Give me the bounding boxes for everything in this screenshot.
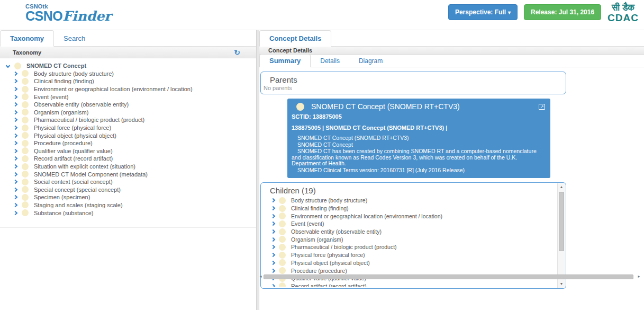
tree-item[interactable]: Event (event)	[0, 93, 256, 101]
tree-item[interactable]: Physical force (physical force)	[0, 124, 256, 132]
chevron-down-icon[interactable]	[6, 64, 10, 68]
scroll-right-icon[interactable]: ▸	[637, 274, 641, 279]
tree-item-label[interactable]: Clinical finding (finding)	[34, 78, 94, 84]
tab-search[interactable]: Search	[54, 31, 95, 46]
refresh-icon[interactable]: ↻	[234, 49, 240, 56]
tree-item[interactable]: Procedure (procedure)	[0, 139, 256, 147]
tree-item[interactable]: Pharmaceutical / biologic product (produ…	[0, 116, 256, 124]
chevron-right-icon[interactable]	[13, 180, 17, 184]
tree-item-label[interactable]: Physical object (physical object)	[34, 132, 116, 139]
concept-card[interactable]: SNOMED CT Concept (SNOMED RT+CTV3) ↗ SCT…	[287, 99, 550, 178]
chevron-right-icon[interactable]	[13, 210, 17, 215]
chevron-right-icon[interactable]	[271, 284, 275, 287]
chevron-right-icon[interactable]	[13, 164, 17, 169]
tree-item-label[interactable]: Event (event)	[34, 94, 68, 100]
tree-item-label[interactable]: SNOMED CT Model Component (metadata)	[34, 171, 148, 178]
release-button[interactable]: Release: Jul 31, 2016	[524, 4, 601, 20]
child-item-label[interactable]: Observable entity (observable entity)	[291, 228, 382, 235]
tree-item-label[interactable]: Qualifier value (qualifier value)	[34, 148, 113, 154]
child-item[interactable]: Body structure (body structure)	[261, 197, 566, 205]
tab-concept-details[interactable]: Concept Details	[259, 30, 331, 47]
child-item-label[interactable]: Body structure (body structure)	[291, 197, 367, 203]
chevron-right-icon[interactable]	[271, 261, 275, 265]
scroll-down-icon[interactable]: ▼	[558, 280, 565, 288]
tree-item[interactable]: Body structure (body structure)	[0, 70, 256, 78]
tree-item[interactable]: SNOMED CT Model Component (metadata)	[0, 170, 256, 178]
tree-item-label[interactable]: Record artifact (record artifact)	[34, 155, 113, 162]
tree-item-label[interactable]: Special concept (special concept)	[34, 187, 121, 193]
tree-item[interactable]: Qualifier value (qualifier value)	[0, 147, 256, 155]
chevron-right-icon[interactable]	[13, 195, 17, 199]
chevron-right-icon[interactable]	[13, 72, 17, 76]
open-in-new-icon[interactable]: ↗	[539, 104, 545, 110]
chevron-right-icon[interactable]	[13, 118, 17, 122]
tree-item[interactable]: Physical object (physical object)	[0, 131, 256, 139]
horizontal-scrollbar[interactable]: ◂ ▸	[258, 274, 641, 279]
app-logo[interactable]: CSNOtk CSNOFinder	[25, 3, 111, 23]
chevron-right-icon[interactable]	[13, 79, 17, 83]
children-vertical-scrollbar[interactable]: ▲ ▼	[557, 183, 565, 288]
tree-item-label[interactable]: Observable entity (observable entity)	[34, 101, 129, 108]
child-item-label[interactable]: Environment or geographical location (en…	[291, 213, 442, 219]
chevron-right-icon[interactable]	[13, 141, 17, 145]
tree-item-label[interactable]: Specimen (specimen)	[34, 194, 90, 200]
tree-item-label[interactable]: Body structure (body structure)	[34, 70, 114, 77]
subtab-details[interactable]: Details	[311, 55, 349, 67]
tab-taxonomy[interactable]: Taxonomy	[0, 30, 54, 47]
chevron-right-icon[interactable]	[13, 126, 17, 130]
child-item-label[interactable]: Event (event)	[291, 220, 324, 227]
tree-item[interactable]: Record artifact (record artifact)	[0, 155, 256, 163]
tree-item[interactable]: Substance (substance)	[0, 209, 256, 217]
child-item[interactable]: Pharmaceutical / biologic product (produ…	[261, 243, 566, 251]
tree-root-label[interactable]: SNOMED CT Concept	[26, 63, 86, 69]
child-item-label[interactable]: Procedure (procedure)	[291, 268, 347, 274]
tree-item[interactable]: Situation with explicit context (situati…	[0, 163, 256, 171]
chevron-right-icon[interactable]	[13, 102, 17, 107]
tree-item[interactable]: Environment or geographical location (en…	[0, 85, 256, 93]
child-item[interactable]: Event (event)	[261, 220, 566, 228]
child-item[interactable]: Clinical finding (finding)	[261, 205, 566, 212]
tree-item[interactable]: Clinical finding (finding)	[0, 77, 256, 85]
tree-item-label[interactable]: Procedure (procedure)	[34, 140, 93, 146]
scroll-up-icon[interactable]: ▲	[558, 183, 565, 191]
tree-item-label[interactable]: Staging and scales (staging scale)	[34, 202, 123, 208]
tree-item[interactable]: Social context (social concept)	[0, 178, 256, 186]
child-item[interactable]: Environment or geographical location (en…	[261, 212, 566, 220]
tree-item-label[interactable]: Situation with explicit context (situati…	[34, 163, 135, 170]
chevron-right-icon[interactable]	[271, 206, 275, 210]
subtab-summary[interactable]: Summary	[259, 54, 311, 67]
tree-item-label[interactable]: Substance (substance)	[34, 210, 94, 216]
chevron-right-icon[interactable]	[271, 222, 275, 226]
tree-item[interactable]: Organism (organism)	[0, 109, 256, 117]
child-item-label[interactable]: Clinical finding (finding)	[291, 205, 349, 211]
chevron-right-icon[interactable]	[271, 253, 275, 257]
chevron-right-icon[interactable]	[271, 198, 275, 202]
chevron-right-icon[interactable]	[13, 110, 17, 114]
chevron-right-icon[interactable]	[13, 94, 17, 99]
child-item-label[interactable]: Physical object (physical object)	[291, 260, 370, 266]
tree-item-label[interactable]: Social context (social concept)	[34, 179, 113, 185]
chevron-right-icon[interactable]	[13, 188, 17, 192]
chevron-right-icon[interactable]	[13, 87, 17, 91]
child-item[interactable]: Observable entity (observable entity)	[261, 228, 566, 236]
chevron-right-icon[interactable]	[13, 203, 17, 207]
chevron-right-icon[interactable]	[271, 229, 275, 234]
child-item[interactable]: Physical object (physical object)	[261, 259, 566, 267]
chevron-right-icon[interactable]	[271, 268, 275, 272]
vertical-scroll-thumb[interactable]	[559, 192, 564, 251]
tree-root-item[interactable]: SNOMED CT Concept	[0, 62, 256, 70]
child-item-label[interactable]: Pharmaceutical / biologic product (produ…	[291, 244, 397, 250]
chevron-right-icon[interactable]	[13, 149, 17, 153]
child-item-label[interactable]: Record artifact (record artifact)	[291, 283, 366, 287]
child-item[interactable]: Physical force (physical force)	[261, 251, 566, 259]
scroll-left-icon[interactable]: ◂	[258, 274, 263, 279]
tree-item[interactable]: Observable entity (observable entity)	[0, 101, 256, 109]
chevron-right-icon[interactable]	[13, 133, 17, 137]
tree-item-label[interactable]: Environment or geographical location (en…	[34, 86, 193, 92]
child-item-label[interactable]: Organism (organism)	[291, 236, 343, 243]
child-item[interactable]: Record artifact (record artifact)	[261, 282, 566, 287]
perspective-button[interactable]: Perspective: Full▾	[448, 4, 518, 20]
chevron-right-icon[interactable]	[271, 245, 275, 249]
chevron-right-icon[interactable]	[271, 237, 275, 242]
tree-item[interactable]: Specimen (specimen)	[0, 193, 256, 201]
